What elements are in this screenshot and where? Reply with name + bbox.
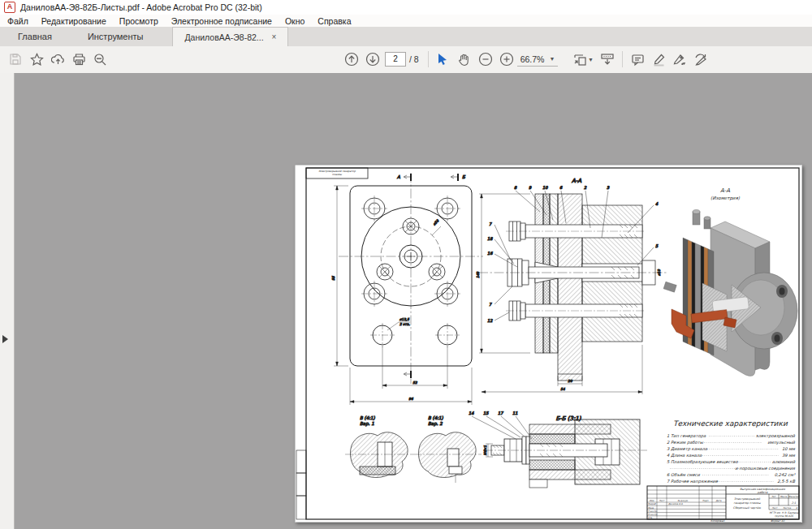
svg-text:плазмы: плазмы	[332, 173, 343, 176]
search-icon	[93, 53, 107, 67]
page-up-icon	[344, 52, 359, 67]
svg-text:электровзрывной: электровзрывной	[756, 433, 796, 439]
favorite-button[interactable]	[26, 49, 47, 70]
nav-pane-toggle-icon[interactable]	[2, 335, 8, 343]
svg-text:5 Плазмообразующее вещество: 5 Плазмообразующее вещество	[667, 459, 738, 465]
tab-bar: Главная Инструменты ДаниловАА-Э8-82... ×	[0, 27, 812, 46]
hand-tool-button[interactable]	[454, 49, 475, 70]
svg-text:6 Объём смеси: 6 Объём смеси	[667, 472, 700, 477]
engineering-drawing: Электровзрывной генератор плазмы	[295, 165, 802, 523]
save-icon	[9, 53, 22, 66]
chevron-down-icon: ▼	[588, 57, 594, 62]
hand-icon	[457, 53, 471, 67]
edit-pdf-button[interactable]	[690, 49, 711, 70]
svg-text:12: 12	[487, 318, 493, 323]
copied-label: Копировал	[710, 519, 725, 523]
zoom-level-dropdown[interactable]: 66.7% ▼	[517, 53, 559, 67]
save-button[interactable]	[5, 49, 26, 70]
detail-b1-label-2: Вар. 1	[360, 421, 374, 427]
svg-text:импульсный: импульсный	[767, 440, 795, 445]
svg-text:96: 96	[408, 397, 413, 401]
svg-text:11: 11	[512, 411, 517, 415]
page-down-icon	[365, 52, 380, 67]
navigation-pane-strip	[0, 73, 15, 529]
main-toolbar: 2 / 8 66.7% ▼	[0, 46, 812, 74]
toolbar-separator	[428, 51, 429, 67]
chevron-down-icon: ▼	[549, 56, 555, 62]
menu-esign[interactable]: Электронное подписание	[171, 16, 272, 26]
star-icon	[30, 53, 44, 67]
svg-text:Электровзрывной: Электровзрывной	[734, 497, 761, 501]
menu-help[interactable]: Справка	[317, 16, 351, 26]
search-button[interactable]	[89, 49, 110, 70]
svg-text:0,242 см³: 0,242 см³	[775, 472, 796, 477]
scrolling-mode-button[interactable]	[597, 49, 618, 70]
svg-text:Подп.: Подп.	[702, 499, 709, 502]
select-tool-button[interactable]	[433, 49, 454, 70]
svg-text:работа: работа	[758, 491, 768, 494]
tab-tools[interactable]: Инструменты	[70, 27, 162, 46]
page-fit-dropdown[interactable]: ▼	[569, 49, 597, 70]
svg-text:2 отв.: 2 отв.	[400, 322, 410, 326]
fountain-pen-icon	[672, 53, 687, 67]
highlight-button[interactable]	[648, 49, 669, 70]
svg-text:7 Рабочее напряжение: 7 Рабочее напряжение	[667, 479, 719, 484]
tech-specs-title: Технические характеристики	[673, 419, 788, 428]
menu-edit[interactable]: Редактирование	[41, 16, 106, 26]
previous-page-button[interactable]	[341, 49, 362, 70]
svg-text:Данилов А.А.: Данилов А.А.	[668, 502, 684, 505]
comment-button[interactable]	[627, 49, 648, 70]
menu-view[interactable]: Просмотр	[119, 16, 158, 26]
minus-circle-icon	[478, 52, 493, 67]
svg-text:Изм.: Изм.	[650, 499, 654, 502]
svg-text:10 мм: 10 мм	[782, 446, 796, 451]
svg-text:А: А	[397, 174, 400, 179]
svg-text:группа Э8-82Б: группа Э8-82Б	[775, 514, 794, 518]
share-button[interactable]	[47, 49, 68, 70]
menu-window[interactable]: Окно	[285, 16, 304, 26]
printer-icon	[72, 53, 86, 67]
fit-width-icon	[600, 52, 615, 67]
window-title: ДаниловАА-Э8-82Б-Листы.pdf - Adobe Acrob…	[20, 2, 262, 12]
zoom-out-button[interactable]	[475, 49, 496, 70]
svg-text:и порошковые соединения: и порошковые соединения	[735, 466, 796, 471]
detail-b2-label-1: В (4:1)	[428, 415, 444, 420]
iso-label-2: (Изометрия)	[710, 196, 741, 201]
svg-text:⌀13,5: ⌀13,5	[400, 317, 409, 321]
toolbar-separator	[622, 51, 623, 67]
svg-text:генератор плазмы: генератор плазмы	[733, 501, 761, 505]
svg-text:2:1: 2:1	[792, 501, 796, 505]
svg-text:Дата: Дата	[716, 499, 722, 502]
svg-text:52: 52	[412, 381, 417, 385]
tab-home[interactable]: Главная	[0, 27, 70, 46]
print-button[interactable]	[68, 49, 89, 70]
menu-file[interactable]: Файл	[7, 16, 28, 26]
svg-text:Масштаб: Масштаб	[788, 495, 799, 498]
svg-text:95: 95	[331, 276, 335, 281]
pdf-page: Электровзрывной генератор плазмы	[295, 165, 802, 523]
zoom-in-button[interactable]	[496, 49, 517, 70]
section-aa-label: А-А	[572, 178, 581, 184]
format-label: Формат А3	[771, 519, 785, 523]
svg-text:⌀10: ⌀10	[657, 269, 661, 276]
svg-text:140: 140	[476, 272, 480, 278]
comment-bubble-icon	[631, 53, 645, 67]
cloud-upload-icon	[51, 53, 65, 67]
fill-sign-button[interactable]	[669, 49, 690, 70]
fit-page-icon	[573, 52, 588, 67]
detail-b1-label-1: В (4:1)	[360, 415, 376, 420]
page-number-input[interactable]: 2	[385, 52, 406, 67]
svg-text:18: 18	[487, 236, 493, 241]
iso-label-1: А-А	[720, 187, 730, 194]
svg-text:Лист: Лист	[659, 499, 665, 502]
title-bar: A ДаниловАА-Э8-82Б-Листы.pdf - Adobe Acr…	[0, 0, 812, 15]
svg-text:2,5-5 кВ: 2,5-5 кВ	[777, 479, 795, 484]
tab-document-label: ДаниловАА-Э8-82...	[184, 32, 263, 42]
next-page-button[interactable]	[362, 49, 383, 70]
svg-text:10: 10	[542, 185, 548, 190]
zoom-level-value: 66.7%	[520, 54, 545, 64]
tab-close-icon[interactable]: ×	[272, 32, 277, 41]
plus-circle-icon	[499, 52, 514, 67]
svg-text:3 Диаметр канала: 3 Диаметр канала	[667, 446, 708, 452]
tab-document[interactable]: ДаниловАА-Э8-82... ×	[172, 27, 288, 46]
